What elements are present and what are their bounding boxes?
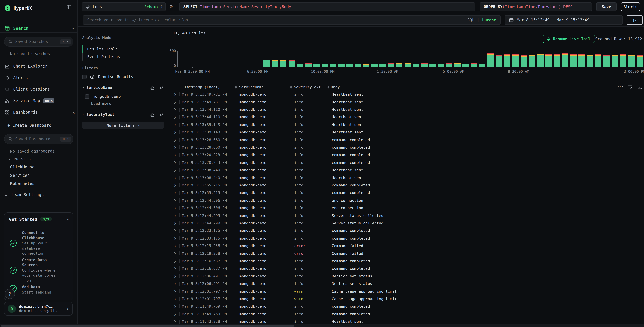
expand-row-icon[interactable]: ❯ bbox=[174, 304, 176, 309]
log-row[interactable]: ❯Mar 9 3:12:19.258 PMmongodb-demoerrorCo… bbox=[168, 250, 644, 257]
log-row[interactable]: ❯Mar 9 3:12:33.175 PMmongodb-demoinfocom… bbox=[168, 227, 644, 234]
log-row[interactable]: ❯Mar 9 3:12:06.491 PMmongodb-demoinfoRep… bbox=[168, 280, 644, 288]
expand-row-icon[interactable]: ❯ bbox=[174, 236, 176, 240]
histogram-bar[interactable] bbox=[462, 64, 469, 66]
log-row[interactable]: ❯Mar 9 3:11:49.769 PMmongodb-demoinfocom… bbox=[168, 310, 644, 318]
histogram-bar[interactable] bbox=[578, 54, 585, 66]
histogram-bar[interactable] bbox=[280, 60, 286, 66]
log-row[interactable]: ❯Mar 9 3:13:08.440 PMmongodb-demoinfoHea… bbox=[168, 166, 644, 174]
histogram-bar[interactable] bbox=[496, 55, 502, 66]
histogram-bar[interactable] bbox=[413, 64, 419, 66]
alerts-button[interactable]: Alerts bbox=[621, 2, 640, 11]
sidebar-item-chart-explorer[interactable]: Chart Explorer bbox=[5, 62, 75, 70]
column-header-servicename[interactable]: ServiceName bbox=[235, 85, 264, 89]
denoise-checkbox[interactable] bbox=[82, 74, 86, 79]
expand-row-icon[interactable]: ❯ bbox=[174, 138, 176, 142]
histogram-bar[interactable] bbox=[479, 64, 485, 66]
expand-row-icon[interactable]: ❯ bbox=[174, 221, 176, 226]
scrollbar-thumb[interactable] bbox=[1, 325, 294, 326]
log-row[interactable]: ❯Mar 9 3:13:44.110 PMmongodb-demoinfoHea… bbox=[168, 113, 644, 121]
mode-event-patterns[interactable]: Event Patterns bbox=[87, 54, 120, 59]
histogram-bar[interactable] bbox=[264, 59, 270, 66]
sidebar-item-service-map[interactable]: Service Map BETA bbox=[5, 97, 75, 105]
code-view-icon[interactable]: </> bbox=[618, 85, 623, 88]
log-row[interactable]: ❯Mar 9 3:12:44.506 PMmongodb-demoinfoend… bbox=[168, 197, 644, 204]
log-row[interactable]: ❯Mar 9 3:11:49.769 PMmongodb-demoinfocom… bbox=[168, 303, 644, 310]
save-button[interactable]: Save bbox=[596, 2, 616, 11]
run-query-button[interactable]: ▷ bbox=[627, 15, 643, 25]
lucene-mode-toggle[interactable]: Lucene bbox=[482, 18, 496, 22]
histogram-bar[interactable] bbox=[587, 55, 593, 66]
log-row[interactable]: ❯Mar 9 3:12:01.797 PMmongodb-demowarnCac… bbox=[168, 295, 644, 303]
saved-searches-input[interactable] bbox=[15, 39, 58, 44]
histogram-bar[interactable] bbox=[338, 64, 344, 66]
saved-dashboards-input[interactable] bbox=[15, 136, 58, 141]
pin-icon[interactable] bbox=[159, 86, 163, 90]
histogram-bar[interactable] bbox=[612, 55, 618, 66]
expand-row-icon[interactable]: ❯ bbox=[174, 115, 176, 119]
chevron-up-icon[interactable]: ∧ bbox=[67, 218, 69, 221]
histogram-bar[interactable] bbox=[313, 64, 320, 66]
log-row[interactable]: ❯Mar 9 3:12:44.299 PMmongodb-demoinfoSer… bbox=[168, 212, 644, 220]
histogram-bar[interactable] bbox=[603, 55, 610, 66]
expand-row-icon[interactable]: ❯ bbox=[174, 176, 176, 180]
help-button[interactable]: ? bbox=[5, 289, 15, 299]
histogram-bar[interactable] bbox=[438, 64, 444, 66]
histogram-bar[interactable] bbox=[371, 64, 378, 66]
servicename-value-checkbox[interactable] bbox=[85, 94, 89, 98]
log-row[interactable]: ❯Mar 9 3:12:33.175 PMmongodb-demoinfocom… bbox=[168, 234, 644, 242]
expand-row-icon[interactable]: ❯ bbox=[174, 122, 176, 127]
log-row[interactable]: ❯Mar 9 3:13:49.731 PMmongodb-demoinfoHea… bbox=[168, 91, 644, 98]
resume-live-tail-button[interactable]: Resume Live Tail bbox=[542, 35, 595, 43]
expand-row-icon[interactable]: ❯ bbox=[174, 191, 176, 195]
histogram-bar[interactable] bbox=[570, 54, 576, 66]
expand-row-icon[interactable]: ❯ bbox=[174, 153, 176, 157]
log-row[interactable]: ❯Mar 9 3:13:39.143 PMmongodb-demoinfoHea… bbox=[168, 121, 644, 128]
expand-row-icon[interactable]: ❯ bbox=[174, 297, 176, 301]
expand-row-icon[interactable]: ❯ bbox=[174, 168, 176, 172]
histogram-bar[interactable] bbox=[388, 63, 394, 66]
histogram-bar[interactable] bbox=[330, 64, 336, 66]
histogram-bar[interactable] bbox=[355, 64, 361, 66]
expand-row-icon[interactable]: ❯ bbox=[174, 100, 176, 104]
collapse-sidebar-icon[interactable] bbox=[66, 4, 72, 10]
histogram-bar[interactable] bbox=[529, 54, 535, 66]
histogram-bar[interactable] bbox=[636, 55, 643, 66]
column-header-body[interactable]: Body bbox=[326, 85, 340, 89]
chart-filter-icon[interactable] bbox=[150, 86, 154, 90]
presets-section-toggle[interactable]: ∨ PRESETS bbox=[9, 157, 31, 161]
log-row[interactable]: ❯Mar 9 3:12:55.215 PMmongodb-demoinfocom… bbox=[168, 189, 644, 197]
log-row[interactable]: ❯Mar 9 3:13:08.440 PMmongodb-demoinfoHea… bbox=[168, 174, 644, 182]
histogram-bar[interactable] bbox=[512, 54, 518, 66]
events-histogram[interactable]: Mar 8 3:00:00 PM6:30:00 PM10:00:00 PM1:3… bbox=[177, 51, 644, 67]
log-row[interactable]: ❯Mar 9 3:13:28.660 PMmongodb-demoinfocom… bbox=[168, 144, 644, 151]
preset-item-clickhouse[interactable]: ClickHouse bbox=[10, 165, 35, 170]
saved-dashboards-search[interactable]: ⌘ K bbox=[4, 134, 74, 144]
event-search-input[interactable] bbox=[83, 16, 500, 24]
log-row[interactable]: ❯Mar 9 3:13:28.660 PMmongodb-demoinfocom… bbox=[168, 136, 644, 144]
sidebar-item-dashboards[interactable]: Dashboards ∧ bbox=[5, 108, 75, 116]
filter-group-servicename[interactable]: ∨ ServiceName bbox=[82, 85, 163, 90]
expand-row-icon[interactable]: ❯ bbox=[174, 320, 176, 324]
log-row[interactable]: ❯Mar 9 3:12:44.299 PMmongodb-demoinfoSer… bbox=[168, 220, 644, 227]
log-row[interactable]: ❯Mar 9 3:12:55.215 PMmongodb-demoinfocom… bbox=[168, 182, 644, 189]
histogram-bar[interactable] bbox=[404, 63, 411, 66]
histogram-bar[interactable] bbox=[537, 54, 544, 66]
source-settings-gear-icon[interactable]: ⚙ bbox=[170, 4, 173, 9]
log-row[interactable]: ❯Mar 9 3:12:44.506 PMmongodb-demoinfoend… bbox=[168, 204, 644, 212]
sidebar-item-alerts[interactable]: Alerts bbox=[5, 74, 75, 82]
histogram-bar[interactable] bbox=[322, 64, 328, 66]
histogram-bar[interactable] bbox=[620, 54, 626, 66]
expand-row-icon[interactable]: ❯ bbox=[174, 312, 176, 316]
histogram-bar[interactable] bbox=[504, 54, 510, 66]
order-by-input[interactable]: ORDER BY (TimestampTime, Timestamp ) DES… bbox=[480, 2, 592, 11]
histogram-bar[interactable] bbox=[421, 63, 427, 66]
expand-row-icon[interactable]: ❯ bbox=[174, 206, 176, 210]
sidebar-item-client-sessions[interactable]: Client Sessions bbox=[5, 85, 75, 93]
histogram-bar[interactable] bbox=[288, 60, 295, 66]
expand-row-icon[interactable]: ❯ bbox=[174, 244, 176, 248]
expand-row-icon[interactable]: ❯ bbox=[174, 183, 176, 188]
download-icon[interactable] bbox=[638, 84, 642, 89]
histogram-bar[interactable] bbox=[562, 54, 568, 66]
load-more-button[interactable]: › Load more bbox=[86, 102, 111, 106]
